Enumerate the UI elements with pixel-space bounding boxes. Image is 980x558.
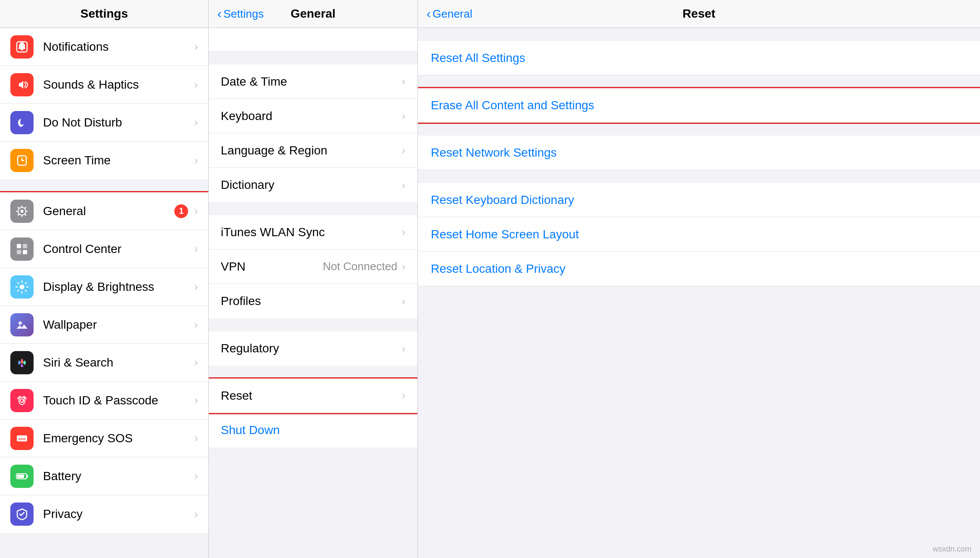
right-divider-2 [418,123,980,136]
middle-divider-0 [209,52,417,65]
left-column-header: Settings [0,0,208,28]
right-item-reset-keyboard[interactable]: Reset Keyboard Dictionary [418,183,980,217]
middle-item-regulatory[interactable]: Regulatory › [209,331,417,366]
sidebar-item-emergencysos[interactable]: SOS Emergency SOS › [0,419,208,457]
general-back-button[interactable]: ‹ Settings [217,6,264,21]
right-item-reset-all-settings[interactable]: Reset All Settings [418,41,980,75]
battery-icon [10,465,34,488]
sidebar-item-notifications[interactable]: Notifications › [0,28,208,66]
reset-back-label: General [433,7,473,21]
regulatory-chevron: › [402,342,405,355]
svg-rect-6 [23,244,27,248]
sidebar-item-battery[interactable]: Battery › [0,457,208,495]
language-label: Language & Region [221,144,402,157]
middle-list: Date & Time › Keyboard › Language & Regi… [209,28,417,558]
sidebar-item-general[interactable]: General 1 › [0,192,208,230]
screentime-icon [10,149,34,172]
middle-item-dictionary[interactable]: Dictionary › [209,168,417,202]
language-chevron: › [402,144,405,157]
middle-column-title: General [291,7,335,21]
datetime-label: Date & Time [221,75,402,89]
right-item-reset-network[interactable]: Reset Network Settings [418,136,980,170]
wallpaper-chevron: › [194,318,198,331]
controlcenter-chevron: › [194,242,198,256]
left-list: Notifications › Sounds & Haptics › Do No… [0,28,208,558]
left-column: Settings Notifications › Sounds & Haptic… [0,0,209,558]
right-section-2: Erase All Content and Settings [418,88,980,123]
middle-item-shutdown[interactable]: Shut Down [209,413,417,447]
sidebar-item-privacy[interactable]: Privacy › [0,495,208,533]
donotdisturb-label: Do Not Disturb [43,116,194,129]
general-icon [10,200,34,223]
screentime-label: Screen Time [43,154,194,167]
emergencysos-icon: SOS [10,427,34,450]
right-divider-0 [418,28,980,41]
reset-chevron: › [402,389,405,402]
reset-back-chevron-icon: ‹ [427,6,431,21]
sidebar-item-sounds[interactable]: Sounds & Haptics › [0,66,208,104]
svg-rect-5 [17,244,21,248]
controlcenter-label: Control Center [43,242,194,256]
general-badge: 1 [174,204,188,218]
notifications-icon [10,35,34,59]
shutdown-label: Shut Down [221,423,405,437]
middle-item-vpn[interactable]: VPN Not Connected › [209,250,417,284]
middle-column: ‹ Settings General Date & Time › Keyboar… [209,0,418,558]
middle-column-header: ‹ Settings General [209,0,417,28]
donotdisturb-icon [10,111,34,134]
right-divider-3 [418,170,980,183]
right-divider-1 [418,75,980,88]
right-item-reset-location[interactable]: Reset Location & Privacy [418,252,980,286]
reset-back-button[interactable]: ‹ General [427,6,473,21]
right-item-erase-all[interactable]: Erase All Content and Settings [418,88,980,123]
middle-partial-top [209,28,417,52]
battery-label: Battery [43,469,194,483]
left-divider-1 [0,179,208,192]
middle-item-language[interactable]: Language & Region › [209,133,417,168]
sidebar-item-displaybrightness[interactable]: Display & Brightness › [0,268,208,306]
middle-section-4: Reset › Shut Down [209,379,417,447]
wlansync-chevron: › [402,225,405,239]
sounds-chevron: › [194,78,198,91]
notifications-label: Notifications [43,40,194,54]
siri-icon [10,351,34,374]
right-column-header: ‹ General Reset [418,0,980,28]
erase-all-label: Erase All Content and Settings [431,99,594,112]
middle-item-reset[interactable]: Reset › [209,379,417,413]
right-item-reset-homescreen[interactable]: Reset Home Screen Layout [418,217,980,252]
touchid-icon [10,389,34,412]
privacy-label: Privacy [43,507,194,521]
middle-divider-3 [209,366,417,379]
vpn-value: Not Connected [323,260,397,273]
displaybrightness-label: Display & Brightness [43,280,194,294]
middle-item-profiles[interactable]: Profiles › [209,284,417,318]
left-section-2: General 1 › Control Center › Display & B… [0,192,208,533]
sidebar-item-wallpaper[interactable]: Wallpaper › [0,306,208,344]
reset-all-settings-label: Reset All Settings [431,51,525,65]
middle-section-3: Regulatory › [209,331,417,366]
middle-item-keyboard[interactable]: Keyboard › [209,99,417,133]
wlansync-label: iTunes WLAN Sync [221,225,402,239]
dictionary-chevron: › [402,179,405,192]
sidebar-item-touchid[interactable]: Touch ID & Passcode › [0,382,208,419]
sidebar-item-screentime[interactable]: Screen Time › [0,142,208,179]
datetime-chevron: › [402,75,405,88]
middle-item-datetime[interactable]: Date & Time › [209,65,417,99]
sidebar-item-donotdisturb[interactable]: Do Not Disturb › [0,104,208,142]
emergencysos-chevron: › [194,432,198,445]
wallpaper-icon [10,313,34,336]
svg-rect-1 [21,49,23,50]
sounds-label: Sounds & Haptics [43,78,194,92]
general-back-label: Settings [223,7,264,21]
sidebar-item-controlcenter[interactable]: Control Center › [0,230,208,268]
middle-item-wlansync[interactable]: iTunes WLAN Sync › [209,215,417,250]
right-column: ‹ General Reset Reset All Settings Erase… [418,0,980,558]
privacy-icon [10,503,34,526]
sidebar-item-siri[interactable]: Siri & Search › [0,344,208,382]
svg-rect-7 [17,250,21,254]
keyboard-label: Keyboard [221,109,402,123]
donotdisturb-chevron: › [194,116,198,129]
displaybrightness-chevron: › [194,280,198,293]
right-list: Reset All Settings Erase All Content and… [418,28,980,558]
svg-rect-15 [27,475,28,478]
